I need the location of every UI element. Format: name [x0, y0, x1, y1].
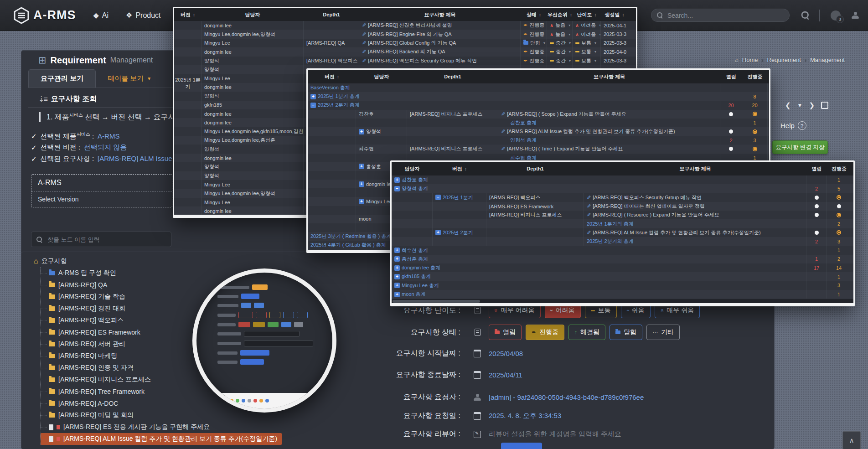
- table-row[interactable]: +moon 총계1: [392, 290, 853, 299]
- table-row[interactable]: [ARMS-REQ] ES Framework✎[ARMS-REQ] 데이터는 …: [392, 202, 853, 211]
- sort-icon[interactable]: ↕: [570, 12, 572, 17]
- option-button-열림[interactable]: 열림: [489, 325, 522, 340]
- column-header[interactable]: 생성일↕: [601, 8, 628, 21]
- column-header[interactable]: 상태↕: [521, 8, 547, 21]
- table-row[interactable]: +2025년 1분기 총계8: [308, 92, 769, 101]
- column-header[interactable]: Depth1: [486, 162, 584, 175]
- sort-icon[interactable]: ↕: [465, 166, 467, 171]
- field-value[interactable]: [admin] - 9af24080-050d-4943-b40e-d789c0…: [489, 393, 644, 401]
- pencil-icon[interactable]: ✎: [501, 146, 505, 152]
- column-header[interactable]: 열림: [720, 70, 742, 83]
- table-row[interactable]: 양형석[ARMS-REQ] 백오피스✎[ARMS-REQ] 백오피스 Secur…: [174, 57, 636, 65]
- expand-icon[interactable]: +: [394, 248, 400, 253]
- expand-icon[interactable]: +: [310, 94, 316, 99]
- scrollbar-thumb[interactable]: [393, 300, 480, 303]
- table-row[interactable]: 최수현[ARMS-REQ] 비지니스 프로세스✎[ARMS-REQ] ( Tim…: [308, 145, 769, 153]
- column-header[interactable]: 버전↕: [308, 70, 356, 83]
- help-link[interactable]: Help?: [780, 121, 806, 130]
- chevron-left-icon[interactable]: ❮: [785, 101, 791, 109]
- table-row[interactable]: +양형석✎[ARMS-REQ] ALM Issue 컬럼 추가 및 현황관리 보…: [308, 127, 769, 136]
- column-header[interactable]: 담당자: [356, 70, 407, 83]
- column-header[interactable]: 난이도↕: [573, 8, 601, 21]
- column-header[interactable]: Depth1: [304, 8, 359, 21]
- column-header[interactable]: 요구사항 제목: [584, 162, 806, 175]
- pencil-icon[interactable]: ✎: [501, 111, 505, 117]
- expand-icon[interactable]: +: [394, 177, 400, 183]
- table-row[interactable]: −2025년 1분기[ARMS-REQ] 백오피스✎[ARMS-REQ] 백오피…: [392, 193, 853, 202]
- table-row[interactable]: Mingyu Lee,dongmin lee,양형석✎[ARMS-REQ] En…: [174, 30, 636, 38]
- table-row[interactable]: +gkfn185 총계1: [392, 272, 853, 281]
- collapse-icon[interactable]: −: [435, 195, 441, 200]
- table-row[interactable]: +김찬호 총계1: [392, 175, 853, 184]
- selected-product[interactable]: A-RMS: [31, 175, 172, 191]
- breadcrumb-home[interactable]: Home: [742, 57, 758, 63]
- field-value[interactable]: 2025/04/11: [489, 371, 522, 379]
- field-value[interactable]: 2025. 4. 8. 오후 3:34:53: [489, 412, 561, 420]
- sort-icon[interactable]: ↕: [594, 12, 597, 17]
- table-row[interactable]: [ARMS-REQ] 비지니스 프로세스✎[ARMS-REQ] ( Resour…: [392, 211, 853, 219]
- user-profile-icon[interactable]: [852, 12, 859, 19]
- table-row[interactable]: 김찬호 총계1: [308, 119, 769, 127]
- select-version[interactable]: Select Version: [31, 191, 172, 207]
- horizontal-scrollbar[interactable]: [392, 299, 853, 303]
- table-row[interactable]: +Mingyu Lee 총계3: [392, 281, 853, 290]
- table-row[interactable]: +2025년 2분기✎[ARMS-REQ] ALM Issue 컬럼 추가 및 …: [392, 228, 853, 237]
- column-header[interactable]: 버전↕: [174, 8, 202, 21]
- sort-icon[interactable]: ↕: [539, 12, 541, 17]
- column-header[interactable]: 요구사항 제목: [359, 8, 521, 21]
- table-row[interactable]: 김찬호[ARMS-REQ] 비지니스 프로세스✎[ARMS-REQ] ( Sco…: [308, 110, 769, 119]
- option-button-기타[interactable]: ⋯기타: [646, 325, 680, 340]
- save-changes-button[interactable]: 요구사항 변경 저장: [772, 140, 828, 154]
- pencil-icon[interactable]: ✎: [587, 212, 591, 218]
- column-header[interactable]: 담당자: [202, 8, 304, 21]
- sort-icon[interactable]: ↕: [193, 12, 195, 17]
- sort-icon[interactable]: ↕: [622, 12, 625, 17]
- app-logo[interactable]: A-RMS: [14, 7, 76, 24]
- expand-icon[interactable]: +: [394, 292, 400, 297]
- pencil-icon[interactable]: ✎: [362, 31, 366, 37]
- node-search-box[interactable]: [31, 232, 171, 247]
- table-row[interactable]: 2025년 2분기의 총계23: [392, 237, 853, 246]
- pencil-icon[interactable]: ✎: [587, 203, 591, 209]
- node-search-input[interactable]: [46, 236, 162, 243]
- pencil-icon[interactable]: ✎: [362, 40, 366, 46]
- option-button-닫힘[interactable]: 닫힘: [610, 325, 642, 340]
- pencil-icon[interactable]: ✎: [362, 58, 366, 64]
- tree-item[interactable]: [ARMS-REQ] ES 전용 게시판 기능을 구현해 주세요: [41, 421, 289, 433]
- table-row[interactable]: 양형석 총계23: [308, 136, 769, 145]
- column-header[interactable]: Depth1: [407, 70, 498, 83]
- expand-icon[interactable]: +: [394, 256, 400, 262]
- expand-icon[interactable]: +: [359, 129, 364, 134]
- chevron-right-icon[interactable]: ❯: [809, 101, 815, 109]
- reviewer-input[interactable]: 리뷰어 설정을 위한 계정명을 입력해 주세요: [489, 430, 621, 439]
- nav-item-ai[interactable]: ◆Ai: [93, 11, 109, 20]
- column-header[interactable]: 우선순위↕: [547, 8, 573, 21]
- nav-item-product[interactable]: ❖Product: [126, 11, 160, 20]
- column-header[interactable]: 진행중: [742, 70, 768, 83]
- table-row[interactable]: +최수현 총계1: [392, 246, 853, 254]
- table-row[interactable]: 2025년 1분기의 총계2: [392, 219, 853, 228]
- expand-icon[interactable]: +: [359, 164, 364, 169]
- tab-table-view[interactable]: 테이블 보기▼: [96, 70, 163, 88]
- pencil-icon[interactable]: ✎: [362, 49, 366, 55]
- scroll-to-top-button[interactable]: ∧: [842, 431, 861, 449]
- search-submit-icon[interactable]: [802, 12, 808, 18]
- column-header[interactable]: 버전↕: [433, 162, 486, 175]
- expand-icon[interactable]: +: [394, 265, 400, 271]
- option-button-해결됨[interactable]: ↑해결됨: [568, 325, 605, 340]
- column-header[interactable]: 열림: [806, 162, 827, 175]
- fullscreen-icon[interactable]: [821, 102, 828, 109]
- expand-icon[interactable]: +: [359, 199, 364, 204]
- table-row[interactable]: +dongmin lee 총계1714: [392, 263, 853, 272]
- expand-icon[interactable]: +: [394, 283, 400, 288]
- pencil-icon[interactable]: ✎: [587, 195, 591, 201]
- sort-icon[interactable]: ↕: [337, 74, 339, 79]
- expand-icon[interactable]: +: [435, 230, 441, 235]
- chevron-down-icon[interactable]: ▼: [797, 102, 803, 108]
- expand-icon[interactable]: +: [359, 181, 364, 187]
- notifications-icon[interactable]: 3: [831, 10, 841, 21]
- table-row[interactable]: dongmin lee✎[ARMS-REQ] Backend 의 기능 QA✒진…: [174, 47, 636, 56]
- table-row[interactable]: Mingyu Lee[ARMS-REQ] QA✎[ARMS-REQ] Globa…: [174, 39, 636, 47]
- expand-icon[interactable]: +: [394, 274, 400, 279]
- column-header[interactable]: 진행중: [827, 162, 851, 175]
